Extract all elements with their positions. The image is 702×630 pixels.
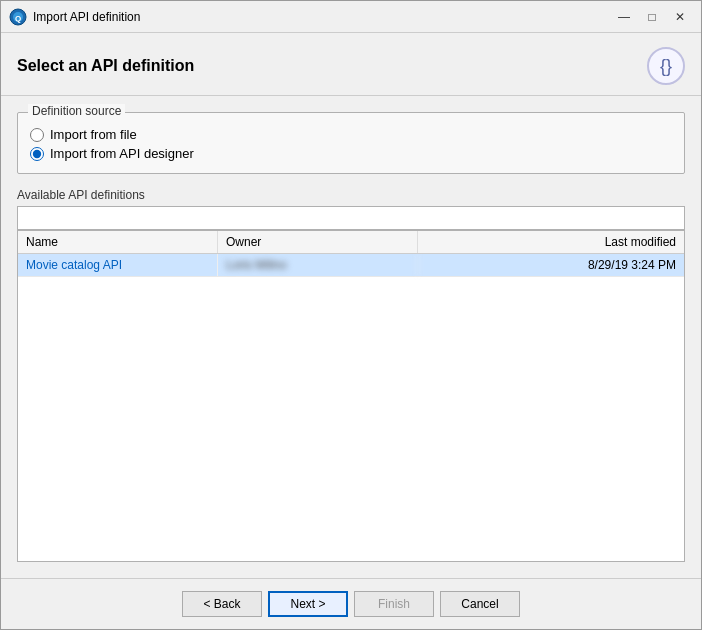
cell-name: Movie catalog API [18,254,218,276]
title-bar-controls: — □ ✕ [611,6,693,28]
cell-owner: Loris Millno [218,254,418,276]
col-modified: Last modified [418,231,684,253]
close-button[interactable]: ✕ [667,6,693,28]
back-button[interactable]: < Back [182,591,262,617]
window-body: Definition source Import from file Impor… [1,96,701,578]
title-bar-text: Import API definition [33,10,611,24]
footer: < Back Next > Finish Cancel [1,578,701,629]
radio-import-from-designer[interactable]: Import from API designer [30,146,672,161]
title-bar: Q Import API definition — □ ✕ [1,1,701,33]
window-header: Select an API definition {} [1,33,701,96]
col-owner: Owner [218,231,418,253]
minimize-button[interactable]: — [611,6,637,28]
definition-source-group: Definition source Import from file Impor… [17,112,685,174]
finish-button[interactable]: Finish [354,591,434,617]
col-name: Name [18,231,218,253]
api-icon: {} [647,47,685,85]
group-legend: Definition source [28,104,125,118]
table-body: Movie catalog API Loris Millno 8/29/19 3… [18,254,684,561]
radio-label-designer: Import from API designer [50,146,194,161]
next-button[interactable]: Next > [268,591,348,617]
import-api-window: Q Import API definition — □ ✕ Select an … [0,0,702,630]
page-title: Select an API definition [17,57,194,75]
radio-input-designer[interactable] [30,147,44,161]
svg-text:Q: Q [15,14,21,23]
api-table: Name Owner Last modified Movie catalog A… [17,230,685,562]
radio-import-from-file[interactable]: Import from file [30,127,672,142]
available-label: Available API definitions [17,188,685,202]
app-icon: Q [9,8,27,26]
table-header: Name Owner Last modified [18,231,684,254]
maximize-button[interactable]: □ [639,6,665,28]
radio-label-file: Import from file [50,127,137,142]
available-section: Available API definitions Name Owner Las… [17,188,685,562]
search-input[interactable] [17,206,685,230]
table-row[interactable]: Movie catalog API Loris Millno 8/29/19 3… [18,254,684,277]
cell-modified: 8/29/19 3:24 PM [418,254,684,276]
cancel-button[interactable]: Cancel [440,591,520,617]
radio-group: Import from file Import from API designe… [30,127,672,161]
radio-input-file[interactable] [30,128,44,142]
